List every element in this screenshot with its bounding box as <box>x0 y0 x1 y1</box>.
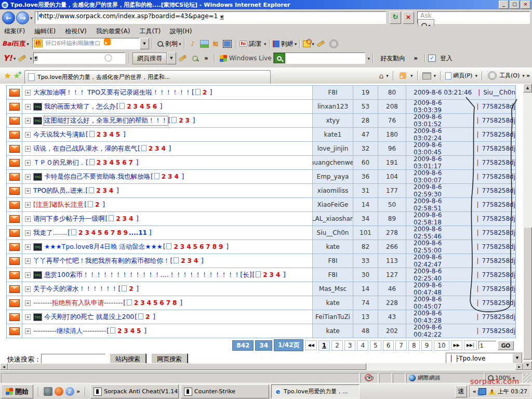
topic-page-link[interactable]: 4 <box>109 187 113 194</box>
stop-button[interactable]: × <box>403 11 414 24</box>
feeds-rss-icon[interactable] <box>400 72 406 79</box>
topic-page-link[interactable]: 2 <box>149 145 153 152</box>
topic-page-link[interactable]: 6 <box>122 159 126 166</box>
expand-topic-icon[interactable]: + <box>25 202 31 208</box>
topic-page-link[interactable]: 7 <box>166 299 170 307</box>
last-poster-link[interactable]: 7758258dj <box>482 173 515 180</box>
highlighter-icon[interactable] <box>317 40 325 47</box>
topic-page-link[interactable]: 2 <box>127 103 131 110</box>
page-link-7[interactable]: 7 <box>395 340 407 351</box>
popup-blocker-dropdown-icon[interactable]: ▼ <box>312 42 314 46</box>
expand-topic-icon[interactable]: + <box>25 216 31 222</box>
last-poster-link[interactable]: 7758258dj <box>482 229 515 236</box>
topic-page-link[interactable]: 3 <box>185 117 190 124</box>
topic-page-link[interactable]: 4 <box>187 243 191 250</box>
taskbar-task-0[interactable]: Sorpack Anti Cheat(V1.14) <box>90 384 179 398</box>
last-poster-link[interactable]: 7758258dj <box>482 327 515 335</box>
yahoo-web-search-dropdown-icon[interactable]: ▼ <box>167 52 176 64</box>
author-link[interactable]: F8I <box>328 271 337 278</box>
topic-page-link[interactable]: 2 <box>134 299 138 307</box>
page-link-3[interactable]: 3 <box>344 340 356 351</box>
topic-page-link[interactable]: 5 <box>98 229 102 236</box>
author-link[interactable]: kate <box>326 327 339 335</box>
scroll-up-icon[interactable]: ▲ <box>523 84 532 92</box>
forward-button[interactable]: → <box>16 11 29 24</box>
page-link-2[interactable]: 2 <box>331 340 343 351</box>
tools-menu[interactable]: 工具(O) <box>499 72 520 79</box>
vertical-scrollbar[interactable]: ▲ ▼ <box>523 84 532 370</box>
expand-topic-icon[interactable]: + <box>25 174 31 180</box>
topic-page-link[interactable]: 4 <box>276 271 280 278</box>
page-link-6[interactable]: 6 <box>383 340 394 351</box>
topic-page-link[interactable]: 5 <box>193 243 197 250</box>
forum-jump-dropdown-icon[interactable]: ▼ <box>512 353 522 364</box>
tabbar-chevron-icon[interactable]: » <box>526 72 530 79</box>
yahoo-pencil-dropdown-icon[interactable]: ▼ <box>30 57 32 60</box>
horizontal-scrollbar[interactable]: ◀ ▶ <box>0 363 523 370</box>
expand-topic-icon[interactable]: + <box>25 146 31 152</box>
expand-topic-icon[interactable]: + <box>25 286 31 292</box>
yahoo-search-input[interactable]: ▼ <box>33 52 125 64</box>
popup-blocker-icon[interactable] <box>303 41 311 47</box>
page-link-9[interactable]: 9 <box>421 340 433 351</box>
taskbar-task-1[interactable]: Counter-Strike <box>181 384 269 398</box>
video-icon[interactable] <box>223 40 232 48</box>
expand-topic-icon[interactable]: + <box>25 160 31 166</box>
expand-topic-icon[interactable]: + <box>25 188 31 194</box>
topic-page-link[interactable]: 2 <box>116 215 120 222</box>
yahoo-logo-dropdown-icon[interactable]: ▼ <box>14 57 16 60</box>
zhidao-icon[interactable]: 知 <box>212 41 220 47</box>
baidu-search-dropdown-icon[interactable]: ▼ <box>140 38 149 49</box>
author-link[interactable]: Mas_Msc <box>319 285 347 292</box>
topic-title-link[interactable]: 话说，在自己战队灌水，灌的有底气 <box>33 144 137 153</box>
topic-page-link[interactable]: 3 <box>270 271 274 278</box>
author-link[interactable]: Siu__Ch0n <box>317 229 349 236</box>
topic-page-link[interactable]: 5 <box>116 131 120 138</box>
last-poster-link[interactable]: 7758258dj <box>482 117 515 124</box>
page-link-4[interactable]: 4 <box>357 340 368 351</box>
yahoo-logo[interactable]: Y! <box>3 54 12 63</box>
page-menu-dropdown-icon[interactable]: ▼ <box>475 74 477 77</box>
back-button[interactable]: ← <box>2 11 15 24</box>
yahoo-overflow-chevron-icon[interactable]: » <box>204 55 208 62</box>
tab-active[interactable]: Tpo.love用爱的力量，去感化丧尸的世界，用柔和... <box>24 70 271 84</box>
forum-jump-select[interactable]: │ ├Tpo.love ▼ <box>446 353 523 364</box>
menu-item-5[interactable]: 說明(H) <box>170 27 192 36</box>
music-icon[interactable]: ♪ <box>189 41 197 47</box>
expand-topic-icon[interactable]: + <box>25 118 31 124</box>
topic-page-link[interactable]: 7 <box>206 243 210 250</box>
rss-icon[interactable] <box>104 38 111 45</box>
topic-title-link[interactable]: 这图能打这么好，全靠兄弟们的帮助！！！ <box>44 116 168 125</box>
topic-page-link[interactable]: 6 <box>200 243 204 250</box>
topic-title-link[interactable]: 关于今天的灌水！！！！！！ <box>33 285 118 294</box>
baidu-search-button[interactable]: 剥垌 <box>165 39 178 48</box>
next-page-icon[interactable]: ▶▶ <box>451 340 462 350</box>
topic-page-link[interactable]: 2 <box>95 201 99 208</box>
last-poster-link[interactable]: Siu__Ch0n <box>483 89 515 96</box>
baidu-notes-dropdown-icon[interactable]: ▼ <box>295 42 297 46</box>
last-page-icon[interactable]: ▶▶| <box>464 340 477 350</box>
topic-page-link[interactable]: 5 <box>153 299 157 307</box>
home-icon[interactable]: ⌂ <box>379 72 383 80</box>
topic-page-link[interactable]: 2 <box>203 89 207 96</box>
topic-page-link[interactable]: 2 <box>97 131 101 138</box>
feeds-dropdown-icon[interactable]: ▼ <box>410 74 413 77</box>
favorites-star-icon[interactable]: ★ <box>4 71 11 81</box>
yahoo-highlighter-icon[interactable] <box>179 55 187 62</box>
last-poster-link[interactable]: 7758258dj <box>482 103 515 110</box>
print-icon[interactable] <box>422 72 431 79</box>
first-page-icon[interactable]: ◀◀ <box>305 340 316 350</box>
topic-page-link[interactable]: 3 <box>188 257 192 264</box>
menu-item-3[interactable]: 我的最愛(A) <box>96 27 130 36</box>
author-link[interactable]: F8I <box>328 89 337 96</box>
author-link[interactable]: F8I <box>328 257 337 264</box>
topic-title-link[interactable]: --------拒绝所有入队申请-------- <box>33 299 123 308</box>
yahoo-bookmark-icon[interactable] <box>192 56 198 61</box>
author-link[interactable]: Emp_yaya <box>317 173 349 180</box>
topic-page-link[interactable]: 9 <box>219 243 223 250</box>
notebook-icon[interactable] <box>273 41 280 47</box>
home-dropdown-icon[interactable]: ▼ <box>386 74 389 77</box>
live-search-input[interactable] <box>273 52 365 64</box>
horizontal-scroll-thumb[interactable] <box>8 363 366 370</box>
author-link[interactable]: FeiTianTuZi <box>315 313 350 321</box>
